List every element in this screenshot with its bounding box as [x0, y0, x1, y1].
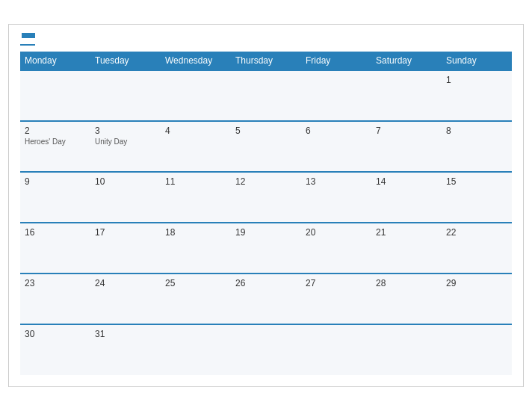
day-number: 18 [165, 227, 226, 238]
holiday-label: Unity Day [95, 137, 156, 146]
calendar-cell [161, 324, 231, 375]
day-number: 15 [446, 176, 507, 187]
calendar-table: MondayTuesdayWednesdayThursdayFridaySatu… [20, 52, 512, 375]
day-number: 25 [165, 278, 226, 288]
day-number: 13 [306, 176, 367, 187]
weekday-header-monday: Monday [20, 52, 90, 70]
calendar-cell: 11 [161, 172, 231, 223]
weekday-header-row: MondayTuesdayWednesdayThursdayFridaySatu… [20, 52, 512, 70]
day-number: 20 [306, 227, 367, 238]
calendar-cell: 4 [161, 121, 231, 172]
calendar-cell: 31 [90, 324, 161, 375]
day-number: 16 [25, 227, 86, 238]
calendar-cell [371, 324, 442, 375]
calendar-container: MondayTuesdayWednesdayThursdayFridaySatu… [8, 24, 524, 387]
calendar-cell [231, 324, 301, 375]
day-number: 23 [25, 278, 86, 288]
calendar-header [20, 32, 512, 46]
weekday-header-wednesday: Wednesday [161, 52, 231, 70]
calendar-cell: 29 [442, 274, 512, 324]
weekday-header-thursday: Thursday [231, 52, 301, 70]
calendar-cell [371, 70, 442, 121]
day-number: 3 [95, 126, 156, 136]
calendar-cell: 16 [20, 223, 90, 274]
day-number: 9 [25, 176, 86, 187]
week-row-4: 23242526272829 [20, 274, 512, 324]
day-number: 21 [376, 227, 437, 238]
calendar-cell: 20 [301, 223, 371, 274]
calendar-cell [231, 70, 301, 121]
day-number: 4 [165, 126, 226, 136]
calendar-cell: 27 [301, 274, 371, 324]
week-row-1: 2Heroes' Day3Unity Day45678 [20, 121, 512, 172]
logo-flag-icon [22, 33, 35, 43]
calendar-cell: 22 [442, 223, 512, 274]
day-number: 7 [376, 126, 437, 136]
week-row-2: 9101112131415 [20, 172, 512, 223]
calendar-cell [301, 70, 371, 121]
day-number: 28 [376, 278, 437, 288]
calendar-cell [20, 70, 90, 121]
day-number: 30 [25, 329, 86, 339]
calendar-cell: 21 [371, 223, 442, 274]
calendar-cell: 30 [20, 324, 90, 375]
logo-underline [20, 44, 35, 46]
calendar-cell: 23 [20, 274, 90, 324]
calendar-cell: 13 [301, 172, 371, 223]
calendar-cell: 24 [90, 274, 161, 324]
day-number: 12 [235, 176, 297, 187]
calendar-cell: 26 [231, 274, 301, 324]
day-number: 29 [446, 278, 507, 288]
calendar-cell [301, 324, 371, 375]
calendar-body: 12Heroes' Day3Unity Day45678910111213141… [20, 70, 512, 375]
weekday-header-friday: Friday [301, 52, 371, 70]
weekday-header-sunday: Sunday [442, 52, 512, 70]
calendar-cell: 28 [371, 274, 442, 324]
calendar-cell: 9 [20, 172, 90, 223]
week-row-3: 16171819202122 [20, 223, 512, 274]
day-number: 1 [446, 75, 507, 85]
holiday-label: Heroes' Day [25, 137, 86, 146]
logo [20, 32, 35, 46]
day-number: 31 [95, 329, 156, 339]
day-number: 8 [446, 126, 507, 136]
calendar-cell: 2Heroes' Day [20, 121, 90, 172]
day-number: 24 [95, 278, 156, 288]
calendar-cell: 1 [442, 70, 512, 121]
calendar-cell: 7 [371, 121, 442, 172]
day-number: 14 [376, 176, 437, 187]
calendar-cell: 15 [442, 172, 512, 223]
calendar-cell: 5 [231, 121, 301, 172]
day-number: 5 [235, 126, 297, 136]
day-number: 11 [165, 176, 226, 187]
weekday-header-saturday: Saturday [371, 52, 442, 70]
calendar-thead: MondayTuesdayWednesdayThursdayFridaySatu… [20, 52, 512, 70]
calendar-cell [90, 70, 161, 121]
calendar-cell: 12 [231, 172, 301, 223]
calendar-cell [442, 324, 512, 375]
day-number: 26 [235, 278, 297, 288]
calendar-cell: 18 [161, 223, 231, 274]
calendar-cell: 8 [442, 121, 512, 172]
calendar-cell: 14 [371, 172, 442, 223]
calendar-cell: 25 [161, 274, 231, 324]
week-row-5: 3031 [20, 324, 512, 375]
week-row-0: 1 [20, 70, 512, 121]
svg-rect-1 [22, 38, 35, 43]
calendar-cell: 19 [231, 223, 301, 274]
day-number: 2 [25, 126, 86, 136]
day-number: 19 [235, 227, 297, 238]
weekday-header-tuesday: Tuesday [90, 52, 161, 70]
calendar-cell [161, 70, 231, 121]
day-number: 27 [306, 278, 367, 288]
calendar-cell: 6 [301, 121, 371, 172]
day-number: 6 [306, 126, 367, 136]
day-number: 10 [95, 176, 156, 187]
day-number: 17 [95, 227, 156, 238]
day-number: 22 [446, 227, 507, 238]
calendar-cell: 17 [90, 223, 161, 274]
calendar-cell: 10 [90, 172, 161, 223]
calendar-cell: 3Unity Day [90, 121, 161, 172]
